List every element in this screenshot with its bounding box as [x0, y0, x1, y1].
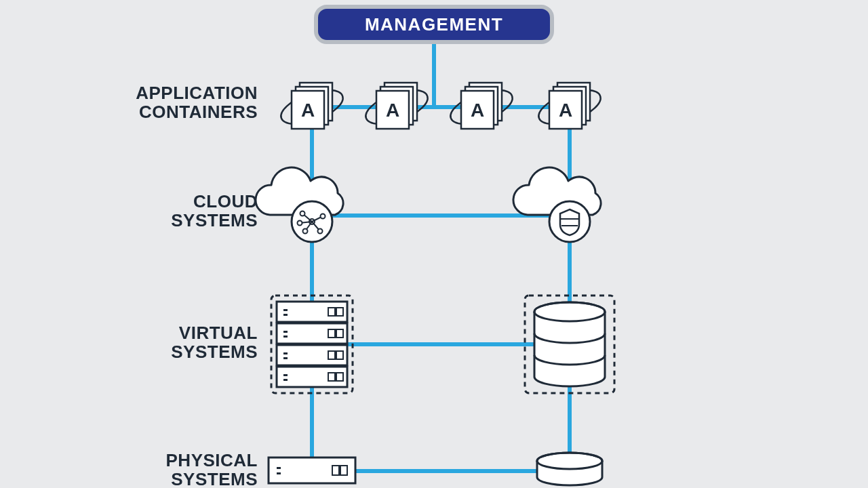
cloud-right — [513, 167, 601, 242]
management-node: MANAGEMENT — [316, 7, 552, 42]
container-icon-4: A — [534, 83, 605, 131]
label-containers-2: CONTAINERS — [139, 102, 258, 122]
label-physical-1: PHYSICAL — [166, 450, 258, 470]
svg-rect-39 — [277, 467, 281, 469]
physical-server-icon — [269, 458, 355, 483]
container-letter: A — [386, 100, 399, 121]
label-physical-2: SYSTEMS — [171, 469, 258, 488]
label-virtual-2: SYSTEMS — [171, 342, 258, 362]
label-cloud-1: CLOUD — [193, 191, 258, 211]
svg-rect-38 — [269, 458, 355, 483]
virtual-server-icon — [271, 296, 353, 393]
connectors — [312, 42, 570, 471]
row-labels: APPLICATION CONTAINERS CLOUD SYSTEMS VIR… — [136, 83, 258, 488]
container-letter: A — [471, 100, 484, 121]
architecture-diagram: MANAGEMENT APPLICATION CONTAINERS CLOUD … — [0, 0, 868, 488]
label-containers-1: APPLICATION — [136, 83, 258, 103]
container-letter: A — [559, 100, 572, 121]
row-cloud — [256, 167, 601, 242]
label-virtual-1: VIRTUAL — [179, 323, 258, 343]
container-letter: A — [301, 100, 315, 121]
label-cloud-2: SYSTEMS — [171, 210, 258, 230]
cloud-left — [256, 167, 343, 242]
physical-disk-icon — [537, 453, 602, 485]
shield-icon — [549, 201, 590, 242]
virtual-database-icon — [525, 296, 614, 393]
management-label: MANAGEMENT — [365, 14, 503, 35]
network-hub-icon — [292, 201, 332, 242]
svg-rect-40 — [277, 472, 281, 474]
